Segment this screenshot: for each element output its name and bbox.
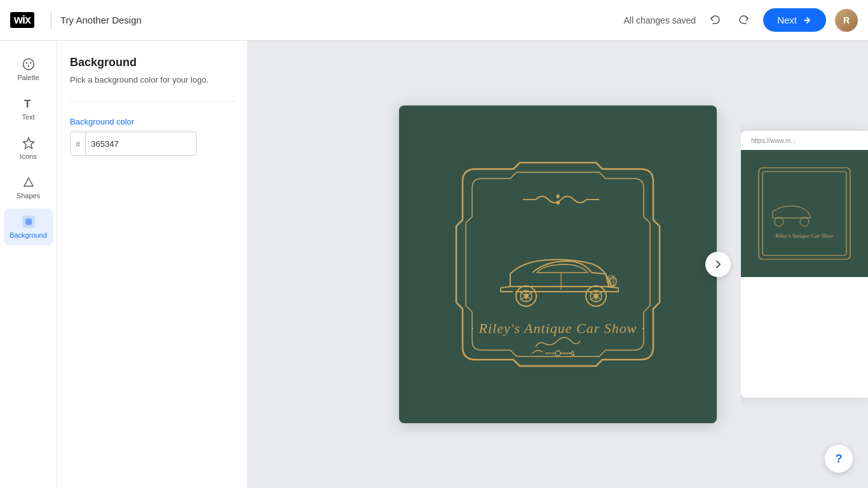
laptop-logo-svg: · Riley's Antique Car Show · [754,163,855,264]
svg-point-3 [27,65,29,67]
sidebar-item-icons[interactable]: Icons [4,130,53,166]
redo-button[interactable] [734,10,754,30]
undo-button[interactable] [705,10,725,30]
hash-symbol: # [71,132,86,155]
background-icon [22,215,36,229]
svg-point-0 [23,59,34,70]
help-button[interactable]: ? [825,445,853,473]
next-label: Next [777,15,797,25]
svg-rect-7 [25,219,32,225]
right-preview: https://www.m... [741,41,868,488]
svg-point-1 [25,62,27,64]
svg-point-19 [610,277,616,286]
next-button[interactable]: Next [763,8,826,32]
text-label: Text [22,113,34,121]
palette-label: Palette [17,74,39,81]
header: wix Try Another Design All changes saved… [0,0,868,41]
avatar[interactable]: R [835,9,858,32]
sidebar-item-palette[interactable]: Palette [4,51,53,88]
sidebar-item-shapes[interactable]: Shapes [4,169,53,206]
panel-divider [70,101,234,102]
wix-logo: wix [10,12,34,28]
wix-logo-text: wix [10,12,34,28]
header-title: Try Another Design [60,15,142,25]
shapes-label: Shapes [17,192,40,200]
header-right: All changes saved Next R [624,8,858,32]
logo-preview: · Riley's Antique Car Show · [399,105,717,423]
redo-icon [738,14,750,27]
laptop-logo-strip: · Riley's Antique Car Show · [741,150,868,277]
avatar-image: R [835,9,858,32]
hex-input[interactable] [86,139,197,149]
text-icon: T [22,97,36,111]
svg-point-2 [29,62,31,64]
saved-status: All changes saved [624,15,696,25]
palette-icon [22,57,36,71]
next-preview-button[interactable] [705,252,731,277]
left-nav: Palette T Text Icons [0,41,57,488]
svg-text:T: T [24,98,31,110]
background-panel: Background Pick a background color for y… [57,41,248,488]
svg-point-32 [555,351,560,356]
icons-label: Icons [20,152,36,160]
laptop-frame: https://www.m... [741,131,868,398]
panel-title: Background [70,56,234,69]
svg-text:· Riley's Antique Car Show ·: · Riley's Antique Car Show · [471,320,646,336]
sidebar-item-background[interactable]: Background [4,208,53,245]
laptop-url-bar: https://www.m... [751,137,796,144]
next-arrow-icon [802,15,812,25]
chevron-right-icon [713,259,723,269]
background-label: Background [10,231,47,239]
shapes-icon [22,175,36,189]
undo-icon [709,14,721,27]
header-divider [51,11,51,29]
svg-rect-35 [754,163,855,264]
color-field-label: Background color [70,117,234,126]
svg-point-10 [557,195,559,198]
help-label: ? [836,452,843,466]
logo-svg: · Riley's Antique Car Show · [424,131,691,398]
sidebar-item-text[interactable]: T Text [4,90,53,127]
panel-subtitle: Pick a background color for your logo. [70,74,234,86]
svg-point-11 [557,201,559,204]
svg-text:· Riley's Antique Car Show ·: · Riley's Antique Car Show · [772,233,836,239]
canvas-area: · Riley's Antique Car Show · https://www… [248,41,868,488]
color-input-row[interactable]: # [70,132,197,156]
main-container: Palette T Text Icons [0,41,868,488]
svg-marker-5 [23,138,34,149]
star-icon [22,136,36,150]
